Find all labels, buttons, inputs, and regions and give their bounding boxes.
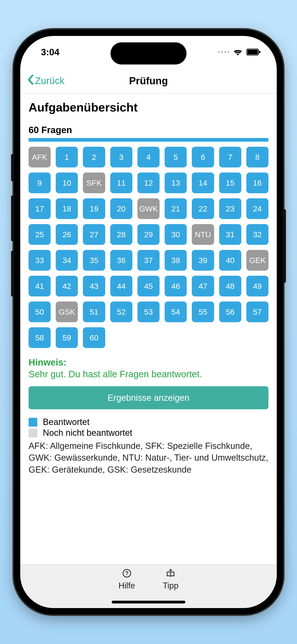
- question-cell[interactable]: 60: [83, 327, 105, 348]
- section-cell-gsk[interactable]: GSK: [56, 302, 78, 322]
- home-indicator[interactable]: [112, 601, 185, 604]
- question-cell[interactable]: 2: [83, 147, 105, 168]
- question-cell[interactable]: 16: [246, 172, 268, 193]
- question-cell[interactable]: 56: [219, 302, 241, 322]
- question-cell[interactable]: 37: [138, 250, 160, 271]
- question-cell[interactable]: 12: [138, 172, 160, 193]
- legend-swatch-answered: [28, 418, 37, 426]
- cellular-icon: [218, 51, 229, 53]
- question-cell[interactable]: 28: [110, 224, 132, 245]
- question-cell[interactable]: 47: [192, 276, 214, 296]
- question-cell[interactable]: 3: [110, 147, 132, 168]
- question-cell[interactable]: 34: [56, 250, 78, 271]
- question-cell[interactable]: 18: [56, 198, 78, 219]
- tab-help-label: Hilfe: [118, 581, 135, 590]
- question-cell[interactable]: 31: [219, 224, 241, 245]
- svg-rect-1: [247, 50, 258, 54]
- svg-rect-2: [259, 51, 260, 53]
- screen: 3:04 Zurück Prüfung: [20, 36, 277, 608]
- question-cell[interactable]: 36: [110, 250, 132, 271]
- question-cell[interactable]: 4: [138, 147, 160, 168]
- question-cell[interactable]: 33: [28, 250, 51, 271]
- question-cell[interactable]: 5: [164, 147, 187, 168]
- section-cell-gek[interactable]: GEK: [246, 250, 268, 271]
- question-cell[interactable]: 26: [56, 224, 78, 245]
- back-label: Zurück: [35, 75, 64, 86]
- notch: [110, 42, 186, 64]
- question-cell[interactable]: 19: [83, 198, 105, 219]
- question-cell[interactable]: 43: [83, 276, 105, 296]
- question-grid: AFK12345678910SFK11121314151617181920GWK…: [28, 147, 268, 348]
- section-cell-sfk[interactable]: SFK: [83, 172, 105, 193]
- question-cell[interactable]: 55: [192, 302, 214, 322]
- back-button[interactable]: Zurück: [27, 75, 64, 87]
- question-cell[interactable]: 41: [28, 276, 51, 296]
- question-cell[interactable]: 17: [28, 198, 51, 219]
- tab-tip-label: Tipp: [163, 581, 179, 590]
- legend-abbreviations: AFK: Allgemeine Fischkunde, SFK: Speziel…: [28, 440, 268, 476]
- section-cell-gwk[interactable]: GWK: [138, 198, 160, 219]
- legend-answered: Beantwortet: [28, 417, 268, 427]
- phone-frame: 3:04 Zurück Prüfung: [14, 30, 283, 614]
- side-button: [11, 250, 14, 297]
- question-cell[interactable]: 21: [164, 198, 187, 219]
- question-count: 60 Fragen: [28, 125, 268, 135]
- chevron-left-icon: [27, 75, 34, 87]
- question-cell[interactable]: 53: [138, 302, 160, 322]
- question-cell[interactable]: 7: [219, 147, 241, 168]
- question-cell[interactable]: 35: [83, 250, 105, 271]
- help-icon: ?: [122, 569, 132, 580]
- section-cell-ntu[interactable]: NTU: [192, 224, 214, 245]
- question-cell[interactable]: 29: [138, 224, 160, 245]
- question-cell[interactable]: 22: [192, 198, 214, 219]
- nav-title: Prüfung: [129, 75, 168, 86]
- section-cell-afk[interactable]: AFK: [28, 147, 51, 168]
- question-cell[interactable]: 58: [28, 327, 51, 348]
- question-cell[interactable]: 46: [164, 276, 187, 296]
- side-button: [11, 195, 14, 242]
- question-cell[interactable]: 8: [246, 147, 268, 168]
- question-cell[interactable]: 25: [28, 224, 51, 245]
- question-cell[interactable]: 6: [192, 147, 214, 168]
- side-button: [283, 209, 286, 283]
- question-cell[interactable]: 20: [110, 198, 132, 219]
- question-cell[interactable]: 9: [28, 172, 51, 193]
- question-cell[interactable]: 57: [246, 302, 268, 322]
- question-cell[interactable]: 24: [246, 198, 268, 219]
- question-cell[interactable]: 13: [164, 172, 187, 193]
- question-cell[interactable]: 44: [110, 276, 132, 296]
- question-cell[interactable]: 1: [56, 147, 78, 168]
- svg-point-5: [170, 569, 172, 571]
- question-cell[interactable]: 23: [219, 198, 241, 219]
- question-cell[interactable]: 27: [83, 224, 105, 245]
- question-cell[interactable]: 50: [28, 302, 51, 322]
- question-cell[interactable]: 40: [219, 250, 241, 271]
- question-cell[interactable]: 30: [164, 224, 187, 245]
- side-button: [11, 154, 14, 182]
- legend-swatch-unanswered: [28, 429, 37, 438]
- question-cell[interactable]: 32: [246, 224, 268, 245]
- legend-unanswered: Noch nicht beantwortet: [28, 428, 268, 438]
- question-cell[interactable]: 39: [192, 250, 214, 271]
- tab-help[interactable]: ? Hilfe: [118, 569, 135, 590]
- question-cell[interactable]: 42: [56, 276, 78, 296]
- question-cell[interactable]: 48: [219, 276, 241, 296]
- tab-tip[interactable]: Tipp: [163, 569, 179, 590]
- question-cell[interactable]: 38: [164, 250, 187, 271]
- wifi-icon: [233, 48, 243, 56]
- question-cell[interactable]: 11: [110, 172, 132, 193]
- hint-title: Hinweis:: [28, 357, 268, 368]
- question-cell[interactable]: 54: [164, 302, 187, 322]
- question-cell[interactable]: 15: [219, 172, 241, 193]
- question-cell[interactable]: 10: [56, 172, 78, 193]
- svg-text:?: ?: [125, 570, 128, 576]
- question-cell[interactable]: 52: [110, 302, 132, 322]
- question-cell[interactable]: 49: [246, 276, 268, 296]
- show-results-button[interactable]: Ergebnisse anzeigen: [28, 386, 268, 409]
- question-cell[interactable]: 59: [56, 327, 78, 348]
- hint-text: Sehr gut. Du hast alle Fragen beantworte…: [28, 369, 268, 379]
- question-cell[interactable]: 51: [83, 302, 105, 322]
- question-cell[interactable]: 14: [192, 172, 214, 193]
- status-time: 3:04: [41, 47, 60, 57]
- question-cell[interactable]: 45: [138, 276, 160, 296]
